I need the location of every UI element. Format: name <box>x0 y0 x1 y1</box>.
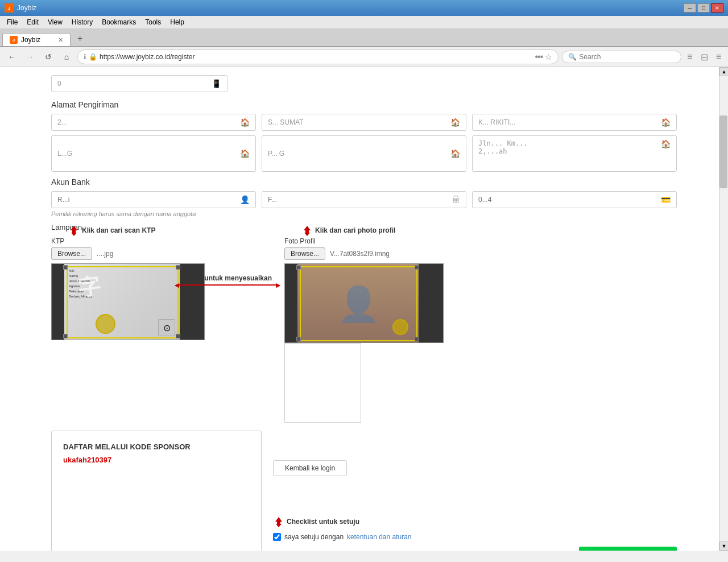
phone-input[interactable] <box>57 80 212 88</box>
right-actions: Kembali ke login Checklist untuk setuju … <box>273 460 677 551</box>
photo-column: Klik dan cari photo profil Foto Profil B… <box>284 237 444 423</box>
register-button-row: REGISTER <box>579 547 677 551</box>
shipping-address-label: Alamat Pengiriman <box>51 100 677 109</box>
terms-row: saya setuju dengan ketentuan dan aturan <box>273 533 677 541</box>
forward-nav-button[interactable]: → <box>23 49 38 64</box>
ktp-handle-br[interactable] <box>176 334 180 338</box>
address-textarea[interactable]: Jln... Km... 2,...ah <box>478 139 661 168</box>
search-input[interactable] <box>579 53 664 61</box>
menu-view[interactable]: View <box>43 17 67 27</box>
phone-field-row: 📱 <box>51 75 677 92</box>
ktp-dark-left <box>52 264 64 340</box>
menu-history[interactable]: History <box>67 17 97 27</box>
refresh-nav-button[interactable]: ↺ <box>41 49 56 64</box>
close-button[interactable]: ✕ <box>711 3 723 13</box>
url-input[interactable] <box>100 53 533 61</box>
reader-mode-icon[interactable]: ≡ <box>685 51 694 63</box>
address-input-4[interactable] <box>57 150 240 158</box>
scrollbar[interactable]: ▲ ▼ <box>719 67 728 551</box>
photo-handle-br[interactable] <box>415 337 419 341</box>
photo-card: 👤 <box>297 264 420 343</box>
address-row-1: 🏠 🏠 🏠 <box>51 114 677 131</box>
svg-marker-2 <box>304 226 311 233</box>
attachment-annotations-row: Klik dan cari scan KTP KTP Browse... ...… <box>51 237 677 423</box>
bank-field-account[interactable]: 💳 <box>472 191 677 208</box>
url-bookmark-icon[interactable]: ☆ <box>545 52 552 61</box>
menu-bar: File Edit View History Bookmarks Tools H… <box>0 16 728 29</box>
bank-account-input[interactable] <box>478 196 661 204</box>
svg-marker-1 <box>71 233 77 236</box>
maximize-button[interactable]: □ <box>697 3 710 13</box>
address-icon-5: 🏠 <box>450 149 460 158</box>
bank-name-input[interactable] <box>57 196 240 204</box>
sidebar-toggle-icon[interactable]: ⊟ <box>698 51 710 64</box>
photo-browse-button[interactable]: Browse... <box>284 247 325 260</box>
address-input-1[interactable] <box>57 118 240 126</box>
address-field-3[interactable]: 🏠 <box>472 114 677 131</box>
address-input-3[interactable] <box>478 118 661 126</box>
url-more-icon[interactable]: ••• <box>535 52 543 62</box>
photo-image-container: 👤 <box>284 263 444 343</box>
bank-section-label: Akun Bank <box>51 177 677 187</box>
ktp-watermark: 字 <box>77 271 102 303</box>
address-icon-3: 🏠 <box>661 118 671 127</box>
ktp-handle-tr[interactable] <box>176 265 180 270</box>
photo-handle-bl[interactable] <box>296 337 301 341</box>
url-bar-container[interactable]: ℹ 🔒 ••• ☆ <box>77 49 559 64</box>
address-input-2[interactable] <box>268 118 450 126</box>
address-field-5[interactable]: 🏠 <box>262 135 466 172</box>
scrollbar-down-arrow[interactable]: ▼ <box>719 542 728 551</box>
menu-file[interactable]: File <box>2 17 22 27</box>
address-row-2: 🏠 🏠 Jln... Km... 2,...ah 🏠 <box>51 135 677 172</box>
checklist-arrow-down-icon <box>273 516 284 527</box>
phone-input-wrapper[interactable]: 📱 <box>51 75 228 92</box>
nav-bar: ← → ↺ ⌂ ℹ 🔒 ••• ☆ 🔍 ≡ ⊟ ≡ <box>0 47 728 67</box>
register-button[interactable]: REGISTER <box>579 547 677 551</box>
menu-help[interactable]: Help <box>166 17 189 27</box>
bank-row: 👤 🏛 💳 <box>51 191 677 208</box>
bank-field-name[interactable]: 👤 <box>51 191 256 208</box>
search-bar-container[interactable]: 🔍 <box>562 51 681 63</box>
scrollbar-thumb[interactable] <box>719 115 727 188</box>
tab-title: Joybiz <box>21 36 40 44</box>
photo-handle-tr[interactable] <box>415 265 419 270</box>
terms-link[interactable]: ketentuan dan aturan <box>347 533 411 541</box>
address-field-4[interactable]: 🏠 <box>51 135 256 172</box>
new-tab-button[interactable]: + <box>72 31 88 46</box>
shipping-address-section: Alamat Pengiriman 🏠 🏠 🏠 🏠 🏠 <box>51 100 677 172</box>
photo-arrow-down-icon <box>301 225 313 236</box>
minimize-button[interactable]: ─ <box>684 3 696 13</box>
back-nav-button[interactable]: ← <box>5 49 19 64</box>
ktp-handle-tl[interactable] <box>63 265 68 270</box>
back-to-login-button[interactable]: Kembali ke login <box>273 460 347 476</box>
address-field-2[interactable]: 🏠 <box>262 114 466 131</box>
svg-marker-4 <box>275 517 282 524</box>
ktp-annotation-text: Klik dan cari scan KTP <box>82 226 155 234</box>
back-button-row: Kembali ke login <box>273 460 677 476</box>
tab-joybiz[interactable]: J Joybiz ✕ <box>2 33 71 46</box>
bank-bank-input[interactable] <box>268 196 452 204</box>
menu-tools[interactable]: Tools <box>140 17 166 27</box>
geser-arrow-right: ► <box>228 284 279 286</box>
address-input-5[interactable] <box>268 150 450 158</box>
address-field-1[interactable]: 🏠 <box>51 114 256 131</box>
sponsor-code: ukafah210397 <box>63 456 250 464</box>
menu-edit[interactable]: Edit <box>22 17 43 27</box>
terms-label: saya setuju dengan <box>284 533 344 541</box>
bank-field-bank[interactable]: 🏛 <box>262 191 466 208</box>
search-icon: 🔍 <box>568 53 577 61</box>
tab-close-icon[interactable]: ✕ <box>58 36 63 44</box>
bank-hint: Pemilik rekening harus sama dengan nama … <box>51 210 677 217</box>
photo-dark-left <box>285 264 297 342</box>
scrollbar-up-arrow[interactable]: ▲ <box>719 67 728 76</box>
ktp-handle-bl[interactable] <box>63 334 68 338</box>
terms-checkbox[interactable] <box>273 533 281 541</box>
menu-bookmarks[interactable]: Bookmarks <box>97 17 140 27</box>
photo-label: Foto Profil <box>284 237 444 245</box>
photo-handle-tl[interactable] <box>296 265 301 270</box>
home-nav-button[interactable]: ⌂ <box>59 49 74 64</box>
address-textarea-wrapper[interactable]: Jln... Km... 2,...ah 🏠 <box>472 135 677 172</box>
ktp-browse-button[interactable]: Browse... <box>51 247 92 260</box>
browser-more-icon[interactable]: ≡ <box>714 51 723 63</box>
address-icon-4: 🏠 <box>240 149 250 158</box>
